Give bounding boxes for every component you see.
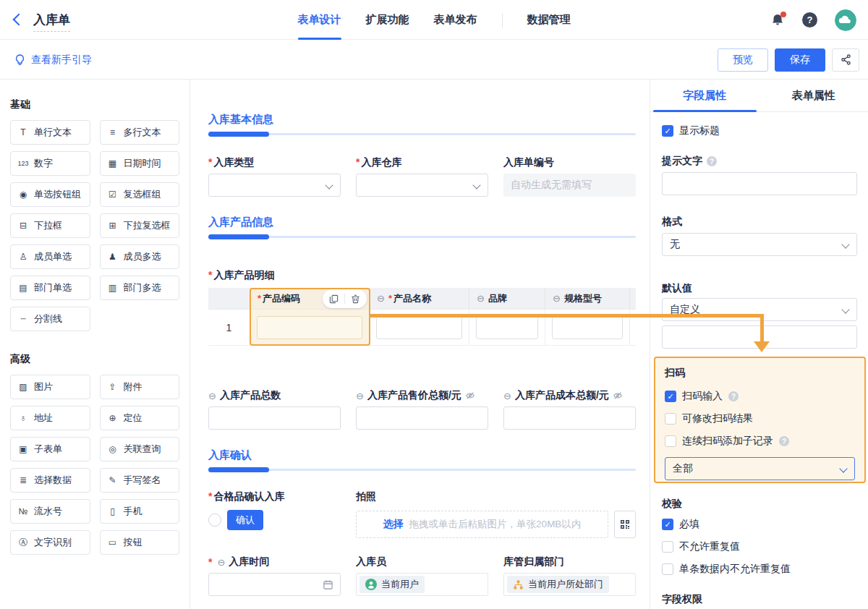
type-select[interactable] (208, 174, 341, 197)
cell-product-code[interactable] (250, 310, 370, 345)
panel-tabs: 字段属性 表单属性 (650, 80, 868, 112)
field-type-member-multi[interactable]: ♟成员多选 (100, 244, 180, 269)
warehouse-select[interactable] (356, 174, 488, 197)
field-type-dept-multi[interactable]: ▥部门多选 (100, 276, 180, 300)
scan-editable-checkbox[interactable] (665, 413, 676, 425)
image-icon: ▨ (17, 382, 29, 392)
tab-form-publish[interactable]: 表单发布 (434, 0, 477, 40)
field-type-dropdown[interactable]: ⊟下拉框 (10, 213, 90, 238)
field-type-single-line-text[interactable]: T单行文本 (10, 120, 90, 145)
total-input[interactable] (208, 406, 341, 430)
beginner-guide-link[interactable]: 查看新手引导 (14, 54, 92, 67)
format-select[interactable]: 无 (662, 233, 857, 256)
field-type-select-data[interactable]: ≣选择数据 (10, 468, 90, 493)
hint-text-input[interactable] (662, 172, 857, 195)
column-header-product-code[interactable]: 产品编码 (250, 288, 370, 310)
product-name-input[interactable] (376, 316, 462, 339)
spec-input[interactable] (552, 316, 623, 339)
time-input[interactable] (208, 573, 341, 596)
field-type-attachment[interactable]: ⇪附件 (100, 375, 180, 399)
notification-bell-icon[interactable] (770, 13, 785, 27)
no-duplicate-in-record-checkbox[interactable] (662, 563, 673, 575)
help-icon[interactable]: ? (707, 156, 717, 166)
field-type-linked-query[interactable]: ◎关联查询 (100, 437, 180, 461)
no-duplicate-in-record-row: 单条数据内不允许重复值 (662, 563, 791, 576)
format-label: 格式 (662, 216, 682, 229)
tab-form-properties[interactable]: 表单属性 (760, 80, 868, 111)
share-icon (840, 54, 852, 66)
eye-slash-icon (613, 391, 623, 401)
default-value-select[interactable]: 自定义 (662, 298, 857, 321)
field-type-phone[interactable]: ▯手机 (100, 499, 180, 524)
trash-icon[interactable] (351, 294, 360, 304)
avatar[interactable] (835, 9, 856, 31)
save-button[interactable]: 保存 (775, 48, 825, 72)
scan-mode-select[interactable]: 全部 (665, 457, 855, 480)
section-divider (208, 467, 636, 472)
no-duplicate-row: 不允许重复值 (662, 540, 740, 553)
field-type-button[interactable]: ▭按钮 (100, 530, 180, 555)
notification-dot (780, 12, 786, 17)
cost-total-input[interactable] (503, 406, 636, 430)
preview-button[interactable]: 预览 (718, 48, 768, 72)
field-type-address[interactable]: ♁地址 (10, 406, 90, 430)
field-type-ocr[interactable]: Ⓐ文字识别 (10, 530, 90, 555)
help-icon[interactable]: ? (779, 436, 789, 446)
section-heading-confirm: 入库确认 (208, 448, 252, 462)
qr-scan-button[interactable] (614, 511, 636, 538)
field-type-datetime[interactable]: ▦日期时间 (100, 151, 180, 176)
no-duplicate-checkbox[interactable] (662, 541, 673, 553)
field-type-divider[interactable]: ┄分割线 (10, 307, 90, 331)
field-type-signature[interactable]: ✎手写签名 (100, 468, 180, 493)
field-type-number[interactable]: 123数字 (10, 151, 90, 176)
tab-data-management[interactable]: 数据管理 (527, 0, 571, 40)
chevron-down-icon (472, 181, 480, 189)
link-icon: ⊖ (503, 391, 511, 401)
multi-line-text-icon: ≡ (107, 127, 119, 137)
chevron-down-icon (839, 464, 847, 472)
column-actions (323, 289, 367, 308)
field-type-dept-single[interactable]: ▤部门单选 (10, 276, 90, 300)
confirm-radio[interactable] (208, 514, 221, 527)
tab-extensions[interactable]: 扩展功能 (366, 0, 409, 40)
photo-upload-box[interactable]: 选择 拖拽或单击后粘贴图片，单张20MB以内 (356, 511, 608, 538)
dropdown-icon: ⊟ (17, 221, 29, 231)
scan-input-checkbox[interactable]: ✓ (665, 391, 676, 402)
multi-dropdown-icon: ⊞ (107, 221, 119, 231)
field-type-radio-group[interactable]: ◉单选按钮组 (10, 182, 90, 207)
pen-icon: ✎ (107, 475, 119, 485)
copy-icon[interactable] (329, 294, 339, 304)
help-icon[interactable]: ? (728, 391, 739, 401)
field-type-checkbox-group[interactable]: ☑复选框组 (100, 182, 180, 207)
show-title-checkbox[interactable]: ✓ (662, 125, 673, 137)
required-checkbox[interactable]: ✓ (662, 519, 673, 530)
column-header-brand[interactable]: ⊖品牌 (469, 288, 545, 310)
help-icon[interactable]: ? (802, 12, 817, 27)
linked-query-icon: ◎ (107, 444, 119, 454)
field-label-total: ⊖入库产品总数 (208, 389, 281, 402)
bulb-icon (14, 54, 25, 66)
field-type-multi-dropdown[interactable]: ⊞下拉复选框 (100, 213, 180, 238)
field-type-multi-line-text[interactable]: ≡多行文本 (100, 120, 180, 145)
tab-form-design[interactable]: 表单设计 (298, 0, 341, 40)
confirm-option-chip[interactable]: 确认 (227, 510, 263, 530)
product-code-input[interactable] (257, 316, 362, 339)
column-header-clipped[interactable]: ⊖ (630, 288, 636, 310)
field-type-subform[interactable]: ▣子表单 (10, 437, 90, 461)
chevron-down-icon (841, 305, 849, 313)
operator-field[interactable]: 当前用户 (356, 573, 488, 596)
brand-input[interactable] (476, 316, 538, 339)
field-type-serial-number[interactable]: №流水号 (10, 499, 90, 524)
share-button[interactable] (832, 48, 859, 72)
column-header-spec[interactable]: ⊖规格型号 (545, 288, 630, 310)
column-header-product-name[interactable]: ⊖产品名称 (370, 288, 469, 310)
field-type-member-single[interactable]: ♙成员单选 (10, 244, 90, 269)
checkbox-icon: ☑ (107, 189, 119, 200)
field-type-image[interactable]: ▨图片 (10, 375, 90, 399)
tab-field-properties[interactable]: 字段属性 (650, 80, 760, 111)
qr-code-icon (619, 519, 631, 530)
scan-continuous-checkbox[interactable] (665, 435, 676, 447)
field-type-geolocation[interactable]: ⊕定位 (100, 406, 180, 430)
dept-field[interactable]: 当前用户所处部门 (503, 573, 636, 596)
price-total-input[interactable] (356, 406, 488, 430)
